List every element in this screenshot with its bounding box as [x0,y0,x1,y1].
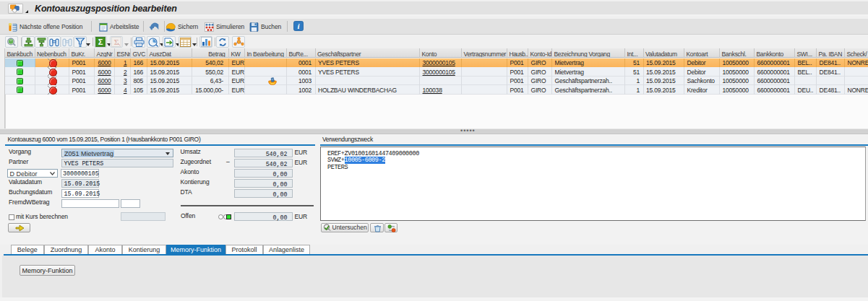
svg-text:Σ: Σ [114,38,119,46]
svg-text:Σ: Σ [98,38,103,46]
